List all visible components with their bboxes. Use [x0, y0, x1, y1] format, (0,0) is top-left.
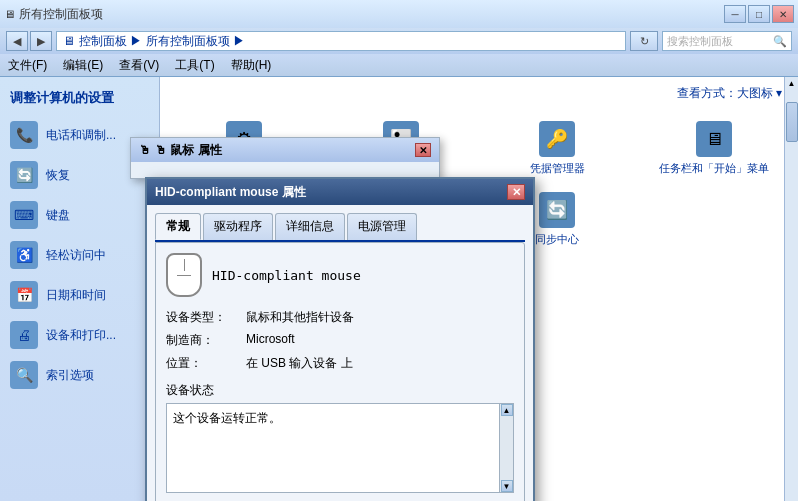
location-value: 在 USB 输入设备 上	[246, 355, 353, 372]
cp-label-credential: 凭据管理器	[530, 161, 585, 176]
panel-label-datetime: 日期和时间	[46, 287, 106, 304]
status-scrollbar[interactable]: ▲ ▼	[499, 404, 513, 492]
taskbar-icon: 🖥	[696, 121, 732, 157]
keyboard-icon: ⌨	[10, 201, 38, 229]
menu-view[interactable]: 查看(V)	[119, 57, 159, 74]
menu-help[interactable]: 帮助(H)	[231, 57, 272, 74]
main-content: 调整计算机的设置 📞 电话和调制... 🔄 恢复 ⌨ 键盘 ♿ 轻松访问中 📅 …	[0, 77, 798, 501]
device-type-row: 设备类型： 鼠标和其他指针设备	[166, 309, 514, 326]
status-text: 这个设备运转正常。	[173, 411, 281, 425]
status-scroll-up[interactable]: ▲	[501, 404, 513, 416]
refresh-button[interactable]: ↻	[630, 31, 658, 51]
panel-item-accessibility[interactable]: ♿ 轻松访问中	[0, 235, 159, 275]
devices-icon: 🖨	[10, 321, 38, 349]
panel-label-phone: 电话和调制...	[46, 127, 116, 144]
device-name-label: HID-compliant mouse	[212, 268, 361, 283]
tab-general[interactable]: 常规	[155, 213, 201, 240]
dialog-outer-close-button[interactable]: ✕	[415, 143, 431, 157]
back-button[interactable]: ◀	[6, 31, 28, 51]
panel-label-accessibility: 轻松访问中	[46, 247, 106, 264]
panel-label-devices: 设备和打印...	[46, 327, 116, 344]
dialog-main-close-button[interactable]: ✕	[507, 184, 525, 200]
cp-taskbar[interactable]: 🖥 任务栏和「开始」菜单	[640, 117, 789, 180]
cp-label-sync: 同步中心	[535, 232, 579, 247]
mouse-graphic	[166, 253, 202, 297]
window-chrome: 🖥 所有控制面板项 ─ □ ✕ ◀ ▶ 🖥 控制面板 ▶ 所有控制面板项 ▶ ↻…	[0, 0, 798, 77]
scroll-up-arrow[interactable]: ▲	[788, 79, 796, 88]
search-box[interactable]: 搜索控制面板 🔍	[662, 31, 792, 51]
minimize-button[interactable]: ─	[724, 5, 746, 23]
panel-label-index: 索引选项	[46, 367, 94, 384]
manufacturer-label: 制造商：	[166, 332, 246, 349]
menu-bar: 文件(F) 编辑(E) 查看(V) 工具(T) 帮助(H)	[0, 54, 798, 76]
hid-mouse-properties-dialog: HID-compliant mouse 属性 ✕ 常规 驱动程序 详细信息 电源…	[145, 177, 535, 501]
breadcrumb[interactable]: 🖥 控制面板 ▶ 所有控制面板项 ▶	[56, 31, 626, 51]
location-label: 位置：	[166, 355, 246, 372]
panel-item-datetime[interactable]: 📅 日期和时间	[0, 275, 159, 315]
device-type-label: 设备类型：	[166, 309, 246, 326]
phone-icon: 📞	[10, 121, 38, 149]
dialog-tabs: 常规 驱动程序 详细信息 电源管理	[155, 213, 525, 240]
forward-button[interactable]: ▶	[30, 31, 52, 51]
menu-tools[interactable]: 工具(T)	[175, 57, 214, 74]
dialog-main-title-text: HID-compliant mouse 属性	[155, 184, 306, 201]
status-box: 这个设备运转正常。 ▲ ▼	[166, 403, 514, 493]
sync-center-icon: 🔄	[539, 192, 575, 228]
view-mode[interactable]: 查看方式：大图标 ▾	[677, 85, 782, 102]
panel-item-keyboard[interactable]: ⌨ 键盘	[0, 195, 159, 235]
index-icon: 🔍	[10, 361, 38, 389]
menu-file[interactable]: 文件(F)	[8, 57, 47, 74]
cp-label-taskbar: 任务栏和「开始」菜单	[659, 161, 769, 176]
tab-details[interactable]: 详细信息	[275, 213, 345, 240]
location-row: 位置： 在 USB 输入设备 上	[166, 355, 514, 372]
manufacturer-row: 制造商： Microsoft	[166, 332, 514, 349]
panel-label-keyboard: 键盘	[46, 207, 70, 224]
panel-item-devices[interactable]: 🖨 设备和打印...	[0, 315, 159, 355]
device-header: HID-compliant mouse	[166, 253, 514, 297]
device-type-value: 鼠标和其他指针设备	[246, 309, 354, 326]
dialog-main-body: 常规 驱动程序 详细信息 电源管理 HID-compliant mouse 设备…	[147, 205, 533, 501]
breadcrumb-icon: 🖥	[63, 34, 75, 48]
search-icon: 🔍	[773, 35, 787, 48]
status-scroll-down[interactable]: ▼	[501, 480, 513, 492]
manufacturer-value: Microsoft	[246, 332, 295, 349]
window-title: 所有控制面板项	[19, 6, 103, 23]
menu-edit[interactable]: 编辑(E)	[63, 57, 103, 74]
panel-item-index[interactable]: 🔍 索引选项	[0, 355, 159, 395]
tab-power[interactable]: 电源管理	[347, 213, 417, 240]
title-bar: 🖥 所有控制面板项 ─ □ ✕	[0, 0, 798, 28]
address-bar: ◀ ▶ 🖥 控制面板 ▶ 所有控制面板项 ▶ ↻ 搜索控制面板 🔍	[0, 28, 798, 54]
nav-buttons: ◀ ▶	[6, 31, 52, 51]
dialog-outer-title-bar: 🖱 🖱 鼠标 属性 ✕	[131, 138, 439, 162]
panel-title: 调整计算机的设置	[0, 85, 159, 115]
maximize-button[interactable]: □	[748, 5, 770, 23]
tab-content-general: HID-compliant mouse 设备类型： 鼠标和其他指针设备 制造商：…	[155, 242, 525, 501]
search-placeholder: 搜索控制面板	[667, 34, 733, 49]
tab-driver[interactable]: 驱动程序	[203, 213, 273, 240]
dialog-outer-title-text: 🖱 鼠标 属性	[155, 142, 222, 159]
dialog-main-title-bar: HID-compliant mouse 属性 ✕	[147, 179, 533, 205]
datetime-icon: 📅	[10, 281, 38, 309]
mouse-properties-dialog-outer: 🖱 🖱 鼠标 属性 ✕	[130, 137, 440, 179]
recovery-icon: 🔄	[10, 161, 38, 189]
window-icon: 🖥	[4, 8, 15, 20]
status-section: 设备状态 这个设备运转正常。 ▲ ▼	[166, 382, 514, 493]
status-title: 设备状态	[166, 382, 514, 399]
dialog-outer-content	[131, 162, 439, 178]
close-button[interactable]: ✕	[772, 5, 794, 23]
panel-label-recovery: 恢复	[46, 167, 70, 184]
accessibility-icon: ♿	[10, 241, 38, 269]
right-scrollbar[interactable]: ▲	[784, 77, 798, 501]
breadcrumb-text: 控制面板 ▶ 所有控制面板项 ▶	[79, 33, 245, 50]
scroll-thumb[interactable]	[786, 102, 798, 142]
credential-mgr-icon: 🔑	[539, 121, 575, 157]
dialog-outer-title-icon: 🖱	[139, 143, 151, 157]
cp-credential-mgr[interactable]: 🔑 凭据管理器	[483, 117, 632, 180]
window-controls: ─ □ ✕	[724, 5, 794, 23]
